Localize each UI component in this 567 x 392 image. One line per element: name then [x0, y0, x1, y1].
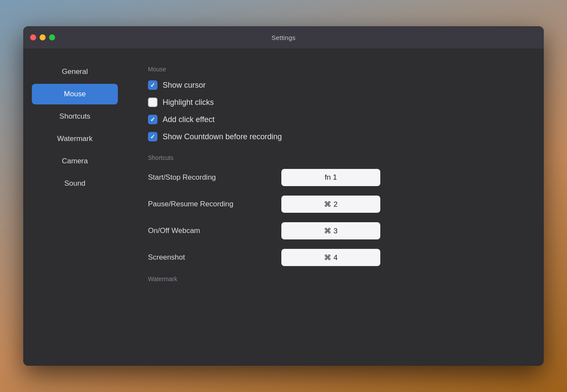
sidebar: General Mouse Shortcuts Watermark Camera… — [23, 49, 126, 366]
start-stop-label: Start/Stop Recording — [148, 173, 273, 182]
sidebar-item-shortcuts[interactable]: Shortcuts — [32, 106, 118, 127]
window-content: General Mouse Shortcuts Watermark Camera… — [23, 49, 544, 366]
highlight-clicks-checkbox[interactable] — [148, 98, 157, 107]
screenshot-input[interactable] — [281, 249, 380, 266]
show-countdown-label: Show Countdown before recording — [163, 132, 282, 141]
window-title: Settings — [271, 34, 296, 41]
show-countdown-row: Show Countdown before recording — [148, 132, 522, 141]
start-stop-row: Start/Stop Recording — [148, 169, 522, 186]
start-stop-input[interactable] — [281, 169, 380, 186]
screenshot-row: Screenshot — [148, 249, 522, 266]
sidebar-item-mouse[interactable]: Mouse — [32, 84, 118, 104]
sidebar-item-watermark[interactable]: Watermark — [32, 129, 118, 149]
show-countdown-checkbox[interactable] — [148, 132, 157, 141]
traffic-lights — [30, 34, 55, 40]
add-click-effect-label: Add click effect — [163, 115, 215, 124]
highlight-clicks-label: Highlight clicks — [163, 98, 214, 107]
watermark-section-label: Watermark — [148, 276, 522, 282]
webcam-label: On/Off Webcam — [148, 227, 273, 235]
shortcuts-section: Shortcuts Start/Stop Recording Pause/Res… — [148, 154, 522, 266]
sidebar-item-sound[interactable]: Sound — [32, 173, 118, 194]
pause-resume-row: Pause/Resume Recording — [148, 196, 522, 213]
maximize-button[interactable] — [49, 34, 55, 40]
show-cursor-row: Show cursor — [148, 80, 522, 90]
shortcuts-section-label: Shortcuts — [148, 154, 522, 161]
sidebar-item-general[interactable]: General — [32, 61, 118, 82]
show-cursor-checkbox[interactable] — [148, 80, 157, 90]
minimize-button[interactable] — [40, 34, 46, 40]
main-content: Mouse Show cursor Highlight clicks Add c… — [126, 49, 544, 366]
show-cursor-label: Show cursor — [163, 81, 206, 90]
webcam-input[interactable] — [281, 222, 380, 239]
mouse-options: Show cursor Highlight clicks Add click e… — [148, 80, 522, 141]
webcam-row: On/Off Webcam — [148, 222, 522, 239]
add-click-effect-row: Add click effect — [148, 115, 522, 124]
titlebar: Settings — [23, 26, 544, 49]
add-click-effect-checkbox[interactable] — [148, 115, 157, 124]
highlight-clicks-row: Highlight clicks — [148, 98, 522, 107]
close-button[interactable] — [30, 34, 36, 40]
screenshot-label: Screenshot — [148, 253, 273, 262]
pause-resume-label: Pause/Resume Recording — [148, 200, 273, 208]
pause-resume-input[interactable] — [281, 196, 380, 213]
mouse-section-label: Mouse — [148, 66, 522, 73]
sidebar-item-camera[interactable]: Camera — [32, 151, 118, 172]
settings-window: Settings General Mouse Shortcuts Waterma… — [23, 26, 544, 366]
